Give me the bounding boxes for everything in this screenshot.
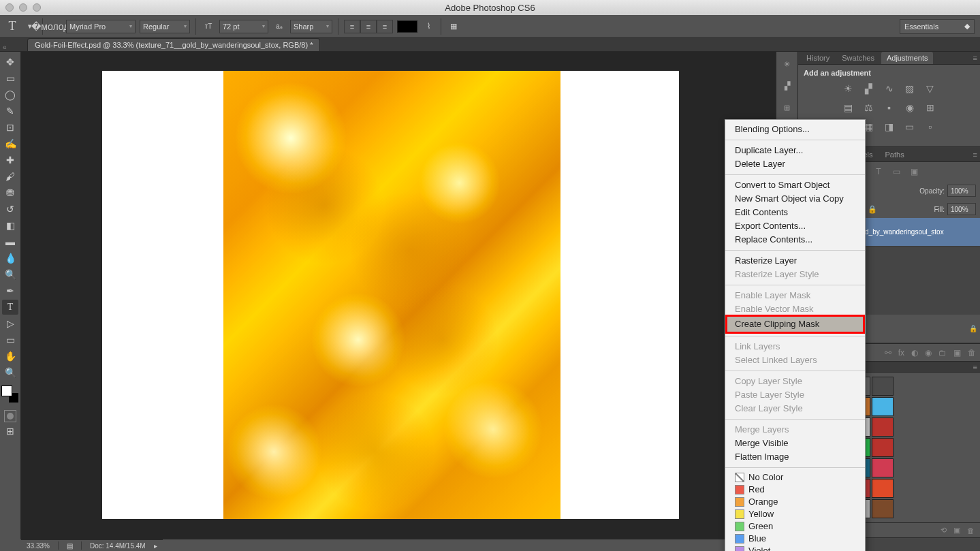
layer-mask-icon[interactable]: ◐ xyxy=(911,348,918,358)
layer-effects-icon[interactable]: fx xyxy=(898,348,904,358)
swatch-item[interactable] xyxy=(872,418,894,437)
swatches-panel-menu-icon[interactable]: ≡ xyxy=(973,363,977,371)
align-right-button[interactable]: ≡ xyxy=(377,20,393,33)
context-menu-color-item[interactable]: Green xyxy=(725,520,865,533)
window-minimize-button[interactable] xyxy=(19,3,27,12)
path-selection-tool[interactable]: ▷ xyxy=(2,316,18,331)
context-menu-color-item[interactable]: Orange xyxy=(725,496,865,508)
photo-filter-icon[interactable]: ◉ xyxy=(903,101,917,114)
screen-mode-toggle[interactable]: ⊞ xyxy=(2,424,18,439)
lasso-tool[interactable]: ◯ xyxy=(2,87,18,102)
selective-color-icon[interactable]: ▫ xyxy=(923,121,937,133)
new-layer-icon[interactable]: ▣ xyxy=(953,348,961,358)
context-menu-item[interactable]: Edit Contents xyxy=(725,206,865,219)
layer-group-icon[interactable]: 🗀 xyxy=(938,348,947,358)
quick-select-tool[interactable]: ✎ xyxy=(2,104,18,119)
context-menu-item[interactable]: Merge Visible xyxy=(725,437,865,450)
context-menu-item[interactable]: Replace Contents... xyxy=(725,233,865,247)
context-menu-item[interactable]: New Smart Object via Copy xyxy=(725,192,865,206)
histogram-panel-icon[interactable]: ▞ xyxy=(779,78,795,94)
font-style-dropdown[interactable]: Regular▾ xyxy=(140,20,190,33)
type-tool[interactable]: T xyxy=(2,300,18,315)
quick-mask-toggle[interactable] xyxy=(4,410,16,422)
blur-tool[interactable]: 💧 xyxy=(2,251,18,266)
swatch-item[interactable] xyxy=(872,377,894,396)
character-panel-icon[interactable]: ▦ xyxy=(447,20,460,33)
swatch-item[interactable] xyxy=(872,438,894,457)
context-menu-item[interactable]: Rasterize Layer xyxy=(725,254,865,268)
eraser-tool[interactable]: ◧ xyxy=(2,218,18,233)
color-swatches[interactable] xyxy=(1,385,19,403)
curves-icon[interactable]: ∿ xyxy=(883,82,896,95)
hue-icon[interactable]: ▤ xyxy=(842,101,855,114)
zoom-tool[interactable]: 🔍 xyxy=(2,365,18,380)
brush-tool[interactable]: 🖌 xyxy=(2,169,18,184)
lock-all-icon[interactable]: 🔒 xyxy=(866,204,879,215)
zoom-level[interactable]: 33.33% xyxy=(27,542,50,550)
context-menu-color-item[interactable]: No Color xyxy=(725,471,865,484)
fill-input[interactable]: 100% xyxy=(947,203,976,215)
align-left-button[interactable]: ≡ xyxy=(344,20,360,33)
healing-brush-tool[interactable]: ✚ xyxy=(2,153,18,168)
swatch-item[interactable] xyxy=(872,397,894,416)
brightness-icon[interactable]: ☀ xyxy=(842,82,855,95)
layers-panel-menu-icon[interactable]: ≡ xyxy=(973,151,977,159)
dodge-tool[interactable]: 🔍 xyxy=(2,267,18,282)
context-menu-item[interactable]: Blending Options... xyxy=(725,123,865,136)
context-menu-item[interactable]: Duplicate Layer... xyxy=(725,144,865,157)
link-layers-icon[interactable]: ⚯ xyxy=(885,348,891,358)
document-tab[interactable]: Gold-Foil-Effect.psd @ 33.3% (texture_71… xyxy=(27,38,320,51)
swatches-new-icon[interactable]: ▣ xyxy=(953,526,960,535)
crop-tool[interactable]: ⊡ xyxy=(2,120,18,135)
tab-collapse-icon[interactable]: « xyxy=(3,44,7,51)
color-panel-icon[interactable]: ✳ xyxy=(779,56,795,72)
window-close-button[interactable] xyxy=(5,3,14,12)
context-menu-color-item[interactable]: Blue xyxy=(725,533,865,545)
color-balance-icon[interactable]: ⚖ xyxy=(862,101,876,114)
pen-tool[interactable]: ✒ xyxy=(2,283,18,298)
exposure-icon[interactable]: ▨ xyxy=(903,82,917,95)
bw-icon[interactable]: ▪ xyxy=(883,101,896,114)
context-menu-color-item[interactable]: Violet xyxy=(725,545,865,551)
rectangle-tool[interactable]: ▭ xyxy=(2,332,18,347)
swatches-tab[interactable]: Swatches xyxy=(836,52,880,64)
foreground-color-swatch[interactable] xyxy=(1,385,12,396)
context-menu-item[interactable]: Delete Layer xyxy=(725,157,865,171)
context-menu-color-item[interactable]: Yellow xyxy=(725,508,865,520)
filter-type-icon[interactable]: T xyxy=(872,166,885,177)
context-menu-item[interactable]: Export Contents... xyxy=(725,219,865,233)
panel-menu-icon[interactable]: ≡ xyxy=(973,54,977,62)
status-dropdown-icon[interactable]: ▸ xyxy=(154,542,157,550)
film-strip-icon[interactable]: ▤ xyxy=(67,542,73,550)
delete-layer-icon[interactable]: 🗑 xyxy=(968,348,976,358)
opacity-input[interactable]: 100% xyxy=(947,185,976,197)
context-menu-item[interactable]: Convert to Smart Object xyxy=(725,178,865,192)
channel-mixer-icon[interactable]: ⊞ xyxy=(923,101,937,114)
hand-tool[interactable]: ✋ xyxy=(2,349,18,364)
font-size-dropdown[interactable]: 72 pt▾ xyxy=(219,20,268,33)
text-color-swatch[interactable] xyxy=(397,20,417,33)
filter-shape-icon[interactable]: ▭ xyxy=(889,166,903,177)
canvas-area[interactable] xyxy=(21,52,776,539)
warp-text-icon[interactable]: ⌇ xyxy=(422,20,435,33)
gradient-tool[interactable]: ▬ xyxy=(2,234,18,249)
window-zoom-button[interactable] xyxy=(33,3,41,12)
context-menu-item[interactable]: Create Clipping Mask xyxy=(727,316,864,332)
vibrance-icon[interactable]: ▽ xyxy=(923,82,937,95)
navigator-panel-icon[interactable]: ⊞ xyxy=(779,99,795,116)
history-brush-tool[interactable]: ↺ xyxy=(2,202,18,217)
context-menu-color-item[interactable]: Red xyxy=(725,484,865,496)
swatch-item[interactable] xyxy=(872,499,894,518)
align-center-button[interactable]: ≡ xyxy=(360,20,377,33)
move-tool[interactable]: ✥ xyxy=(2,54,18,69)
swatch-item[interactable] xyxy=(872,479,894,498)
swatches-delete-icon[interactable]: 🗑 xyxy=(967,526,975,535)
anti-alias-dropdown[interactable]: Sharp▾ xyxy=(290,20,332,33)
filter-smartobj-icon[interactable]: ▣ xyxy=(907,166,921,177)
font-family-dropdown[interactable]: Myriad Pro▾ xyxy=(66,20,136,33)
swatches-reset-icon[interactable]: ⟲ xyxy=(941,526,947,535)
paths-tab[interactable]: Paths xyxy=(880,148,910,161)
adjustment-layer-icon[interactable]: ◉ xyxy=(925,348,932,358)
levels-icon[interactable]: ▞ xyxy=(862,82,876,95)
workspace-switcher[interactable]: Essentials◆ xyxy=(900,19,975,34)
